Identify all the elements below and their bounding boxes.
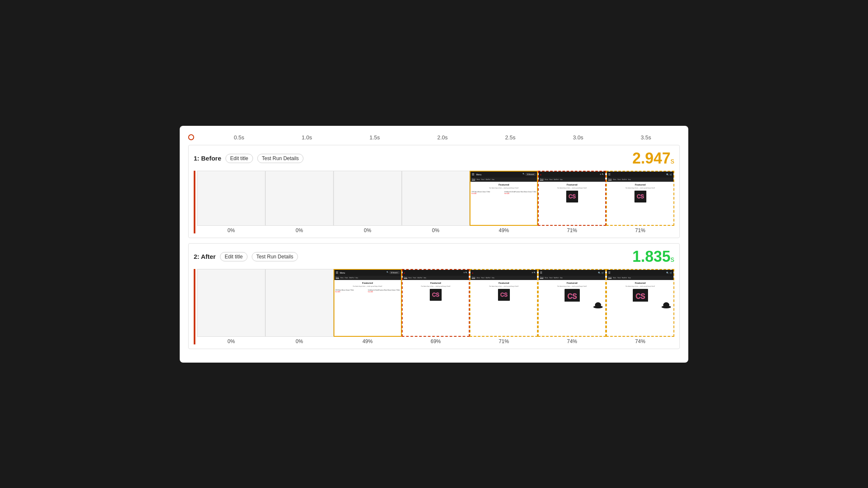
edit-title-button-2[interactable]: Edit title bbox=[220, 252, 248, 261]
frame-2-3: ● S🔍 Home Shirts Fitted WebPerf Hats bbox=[402, 269, 470, 337]
mini-homenav-1-4: Home Shirts Fitted WebPerf Hats bbox=[470, 177, 537, 182]
mini-icons-2-3: S🔍 bbox=[464, 272, 468, 274]
mini-browser-2-3: ● S🔍 Home Shirts Fitted WebPerf Hats bbox=[403, 270, 469, 336]
mini-menubar-1-5: ● S🔍 bbox=[539, 172, 605, 177]
mini-icons-1-6: 🔍🛒 bbox=[666, 173, 672, 176]
mini-menu-label: Menu bbox=[476, 173, 481, 176]
timeline-mark-4: 2.5s bbox=[476, 134, 544, 141]
mini-browser-2-5: ☰ 🔍🛒 Home Shirts Fitted WebPerf Hats bbox=[539, 270, 605, 336]
timeline-mark-1: 1.0s bbox=[273, 134, 341, 141]
frame-pct-1-3: 0% bbox=[432, 227, 439, 233]
section2-label: 2: After bbox=[194, 253, 216, 260]
frame-col-2-1: 0% bbox=[265, 269, 334, 344]
filmstrip-left-line-1 bbox=[194, 171, 195, 233]
mini-hamburger-2-5: ☰ bbox=[540, 271, 542, 274]
frame-1-6: ☰ 🔍🛒 Home Shirts Fitted WebPerf Hats bbox=[606, 171, 674, 226]
frame-1-5: ● S🔍 Home Shirts Fitted WebPerf Hats bbox=[538, 171, 606, 226]
svg-text:CS: CS bbox=[637, 194, 644, 200]
mini-topbar-2-6: ☰ 🔍🛒 bbox=[607, 270, 673, 276]
mini-menubar-2-2: ☰ Menu 🔍$ Search bbox=[334, 270, 401, 276]
mini-subtitle-2-3: Our latest drop is here — stock up and k… bbox=[403, 286, 469, 288]
mini-homenav-2-2: Home Shirts Fitted WebPerf Hats bbox=[334, 276, 401, 280]
mini-red-dot-2-3: ● bbox=[404, 272, 405, 274]
frame-col-2-4: ● S🔍 Home Shirts Fitted WebPerf Hats bbox=[470, 269, 538, 344]
mini-hamburger-1-4: ☰ bbox=[472, 173, 474, 176]
section2-header: 2: After Edit title Test Run Details 1.8… bbox=[194, 248, 674, 266]
test-run-button-1[interactable]: Test Run Details bbox=[257, 154, 303, 163]
section-after: 2: After Edit title Test Run Details 1.8… bbox=[188, 243, 680, 349]
mini-subtitle-2-2: Our latest drop is here — stock up and k… bbox=[334, 286, 401, 288]
timeline-mark-6: 3.5s bbox=[612, 134, 680, 141]
mini-product-1: CSS Short-Sleeve Unisex T-Shirtfrom $35 bbox=[471, 191, 503, 195]
mini-homenav-2-4: Home Shirts Fitted WebPerf Hats bbox=[470, 276, 537, 280]
frame-col-1-3: 0% bbox=[402, 171, 470, 233]
score-after: 1.835s bbox=[632, 248, 674, 266]
mini-browser-2-2: ☰ Menu 🔍$ Search Home Shirts Fitted WebP… bbox=[334, 270, 401, 336]
svg-text:CS: CS bbox=[432, 292, 439, 298]
mini-icons-2-6: 🔍🛒 bbox=[666, 272, 672, 274]
frame-col-2-5: ☰ 🔍🛒 Home Shirts Fitted WebPerf Hats bbox=[538, 269, 606, 344]
frame-1-4: ☰ Menu 🔍$ Search Home Shirts Fitted WebP… bbox=[470, 171, 538, 226]
frame-pct-2-2: 49% bbox=[362, 338, 373, 344]
mini-icons-2-5: 🔍🛒 bbox=[598, 272, 604, 274]
mini-subtitle-1-6: Our latest drop is here — stock up and k… bbox=[607, 188, 673, 189]
frame-col-2-0: 0% bbox=[197, 269, 265, 344]
frame-pct-2-6: 74% bbox=[635, 338, 645, 344]
mini-subtitle-2-6: Our latest drop is here — stock up and k… bbox=[607, 286, 673, 288]
svg-point-21 bbox=[663, 302, 669, 308]
mini-menu-label-2: Menu bbox=[340, 272, 345, 274]
frame-pct-2-0: 0% bbox=[228, 338, 235, 344]
mini-topbar-2-4: ● S🔍 bbox=[470, 270, 537, 276]
mini-subtitle-1-5: Our latest drop is here — stock up and k… bbox=[539, 188, 605, 189]
mini-hamburger-2-2: ☰ bbox=[336, 271, 338, 274]
mini-subtitle-2-4: Our latest drop is here — stock up and k… bbox=[470, 286, 537, 288]
svg-text:CS: CS bbox=[568, 194, 576, 200]
frame-2-1 bbox=[265, 269, 334, 337]
section1-label: 1: Before bbox=[194, 155, 221, 162]
mini-featured-2-5: Featured bbox=[539, 280, 605, 286]
mini-topbar-2-5: ☰ 🔍🛒 bbox=[539, 270, 605, 276]
mini-featured-2-3: Featured bbox=[403, 280, 469, 286]
section-before: 1: Before Edit title Test Run Details 2.… bbox=[188, 145, 680, 238]
frame-1-1 bbox=[265, 171, 334, 226]
mini-products-1-4: CSS Short-Sleeve Unisex T-Shirtfrom $35 … bbox=[470, 191, 537, 196]
timeline-mark-2: 1.5s bbox=[341, 134, 409, 141]
mini-browser-2-4: ● S🔍 Home Shirts Fitted WebPerf Hats bbox=[470, 270, 537, 336]
mini-browser-2-6: ☰ 🔍🛒 Home Shirts Fitted WebPerf Hats bbox=[607, 270, 673, 336]
frame-2-0 bbox=[197, 269, 265, 337]
mini-featured-2-6: Featured bbox=[607, 280, 673, 286]
mini-s-icon: S🔍 bbox=[600, 173, 604, 175]
mini-hamburger-icon-1-6: ☰ bbox=[608, 173, 610, 176]
frame-pct-1-2: 0% bbox=[364, 227, 371, 233]
frame-col-2-6: ☰ 🔍🛒 Home Shirts Fitted WebPerf Hats bbox=[606, 269, 674, 344]
timeline-mark-3: 2.0s bbox=[409, 134, 476, 141]
score-before: 2.947s bbox=[632, 150, 674, 167]
frame-col-1-4: ☰ Menu 🔍$ Search Home Shirts Fitted WebP… bbox=[470, 171, 538, 233]
mini-featured-2-2: Featured bbox=[334, 280, 401, 286]
frame-col-2-2: ☰ Menu 🔍$ Search Home Shirts Fitted WebP… bbox=[334, 269, 402, 344]
mini-search-2: 🔍$ Search bbox=[387, 271, 400, 274]
frame-pct-2-5: 74% bbox=[567, 338, 577, 344]
svg-text:CS: CS bbox=[568, 293, 577, 300]
mini-homenav-1-5: Home Shirts Fitted WebPerf Hats bbox=[539, 177, 605, 182]
mini-red-dot-2-4: ● bbox=[472, 272, 473, 274]
test-run-button-2[interactable]: Test Run Details bbox=[252, 252, 298, 261]
frame-col-1-5: ● S🔍 Home Shirts Fitted WebPerf Hats bbox=[538, 171, 606, 233]
frame-col-2-3: ● S🔍 Home Shirts Fitted WebPerf Hats bbox=[402, 269, 470, 344]
mini-tshirt-2-3: CS CS bbox=[403, 289, 469, 301]
frame-pct-2-3: 69% bbox=[431, 338, 441, 344]
edit-title-button-1[interactable]: Edit title bbox=[225, 154, 253, 163]
timeline-mark-0: 0.5s bbox=[205, 134, 273, 141]
frame-pct-2-1: 0% bbox=[296, 338, 303, 344]
frame-2-5: ☰ 🔍🛒 Home Shirts Fitted WebPerf Hats bbox=[538, 269, 606, 337]
frame-pct-1-1: 0% bbox=[296, 227, 303, 233]
frame-1-2 bbox=[334, 171, 402, 226]
mini-featured-1-5: Featured bbox=[539, 182, 605, 188]
frame-pct-1-4: 49% bbox=[499, 227, 509, 233]
mini-tshirt-1-5: CS CS bbox=[539, 191, 605, 202]
frame-2-6: ☰ 🔍🛒 Home Shirts Fitted WebPerf Hats bbox=[606, 269, 674, 337]
timeline-header: 0.5s 1.0s 1.5s 2.0s 2.5s 3.0s 3.5s bbox=[188, 134, 680, 141]
frame-col-1-6: ☰ 🔍🛒 Home Shirts Fitted WebPerf Hats bbox=[606, 171, 674, 233]
mini-product-2: Undefined Is Not A Function Short-Sleeve… bbox=[504, 191, 536, 195]
mini-product-2-2a: Undefined Is Not A Function Short-Sleeve… bbox=[368, 290, 400, 293]
